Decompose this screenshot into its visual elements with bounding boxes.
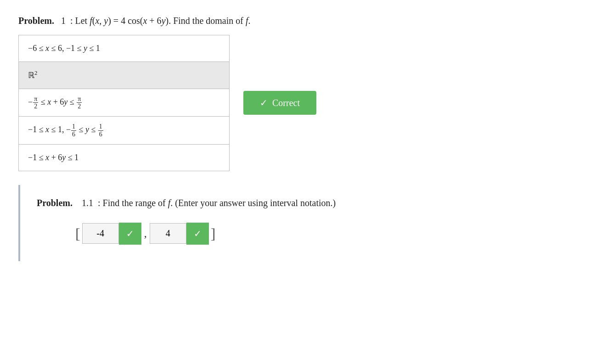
choice-5[interactable]: −1 ≤ x + 6y ≤ 1 (19, 145, 230, 171)
problem-1-title: Problem. 1 : Let f(x, y) = 4 cos(x + 6y)… (18, 14, 572, 28)
table-row[interactable]: ℝ2 (19, 62, 230, 89)
interval-answer-row: [ ✓ , ✓ ] (73, 223, 555, 245)
page-container: Problem. 1 : Let f(x, y) = 4 cos(x + 6y)… (18, 14, 572, 261)
comma: , (141, 227, 150, 240)
interval-left-check-button[interactable]: ✓ (119, 223, 141, 245)
table-row[interactable]: −6 ≤ x ≤ 6, −1 ≤ y ≤ 1 (19, 35, 230, 62)
problem-1-answer-row: −6 ≤ x ≤ 6, −1 ≤ y ≤ 1 ℝ2 −π2 ≤ x + 6y ≤… (18, 35, 572, 171)
choice-4[interactable]: −1 ≤ x ≤ 1, −16 ≤ y ≤ 16 (19, 117, 230, 145)
choice-1[interactable]: −6 ≤ x ≤ 6, −1 ≤ y ≤ 1 (19, 35, 230, 62)
problem-11-container: Problem. 1.1 : Find the range of f. (Ent… (18, 185, 572, 261)
interval-left-input[interactable] (82, 223, 119, 244)
problem-1-label: Problem. (18, 16, 54, 26)
problem-1-number: 1 (61, 16, 66, 26)
checkmark-icon: ✓ (260, 97, 268, 108)
interval-right-check-button[interactable]: ✓ (186, 223, 209, 245)
correct-label: Correct (272, 98, 300, 108)
open-bracket: [ (73, 226, 82, 241)
problem-1-container: Problem. 1 : Let f(x, y) = 4 cos(x + 6y)… (18, 14, 572, 171)
choice-3[interactable]: −π2 ≤ x + 6y ≤ π2 (19, 89, 230, 117)
problem-11-label: Problem. (37, 198, 73, 208)
close-bracket: ] (209, 226, 218, 241)
problem-11-number: 1.1 (82, 198, 93, 208)
interval-right-input[interactable] (150, 223, 186, 244)
table-row[interactable]: −1 ≤ x + 6y ≤ 1 (19, 145, 230, 171)
choices-table: −6 ≤ x ≤ 6, −1 ≤ y ≤ 1 ℝ2 −π2 ≤ x + 6y ≤… (18, 35, 230, 171)
table-row[interactable]: −π2 ≤ x + 6y ≤ π2 (19, 89, 230, 117)
problem-11-title: Problem. 1.1 : Find the range of f. (Ent… (37, 196, 555, 210)
choice-2[interactable]: ℝ2 (19, 62, 230, 89)
correct-button[interactable]: ✓ Correct (243, 91, 316, 115)
table-row[interactable]: −1 ≤ x ≤ 1, −16 ≤ y ≤ 16 (19, 117, 230, 145)
